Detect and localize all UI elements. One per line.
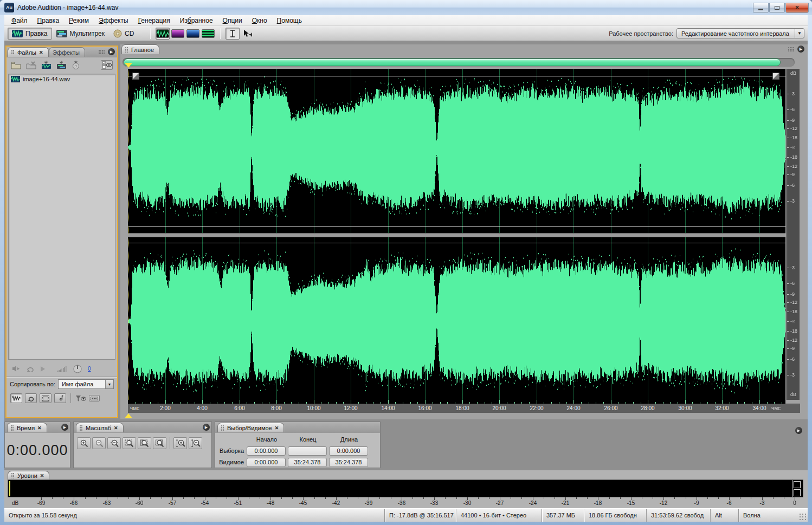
clip-indicator-right[interactable] bbox=[794, 489, 801, 496]
tab-zoom[interactable]: Масштаб bbox=[76, 423, 124, 432]
waveform-display-button[interactable] bbox=[156, 28, 170, 40]
preview-volume-meter[interactable] bbox=[57, 366, 67, 372]
meter-tick bbox=[784, 497, 784, 499]
tab-selection-view[interactable]: Выбор/Видимое bbox=[217, 423, 284, 432]
menu-item[interactable]: Помощь bbox=[272, 16, 307, 25]
close-icon[interactable] bbox=[114, 425, 118, 431]
panel-menu-button[interactable] bbox=[203, 424, 210, 431]
status-segment: 44100 • 16-бит • Стерео bbox=[456, 509, 542, 522]
volume-knob[interactable] bbox=[73, 364, 82, 374]
filter-visibility-button[interactable] bbox=[75, 395, 86, 402]
timeline-unit-label: чмс bbox=[771, 405, 781, 411]
time-selection-tool-button[interactable] bbox=[225, 28, 240, 40]
loop-playback-toggle[interactable] bbox=[26, 366, 35, 372]
ruler-tick bbox=[787, 375, 789, 375]
tab-effects[interactable]: Эффекты bbox=[49, 47, 85, 57]
timeline-ruler[interactable]: чмс2:004:006:008:0010:0012:0014:0016:001… bbox=[128, 400, 800, 413]
play-file-button[interactable] bbox=[40, 366, 46, 372]
playhead-cursor[interactable] bbox=[128, 69, 128, 400]
overview-range-bar[interactable] bbox=[124, 59, 781, 66]
spectral-frequency-button[interactable] bbox=[171, 28, 185, 40]
panel-menu-button[interactable] bbox=[797, 46, 804, 53]
close-file-button[interactable] bbox=[26, 61, 36, 69]
meter-scale-label: -18 bbox=[594, 500, 602, 506]
sort-select[interactable]: Имя файла bbox=[58, 379, 114, 389]
playhead-marker-top[interactable] bbox=[125, 63, 132, 68]
close-button[interactable] bbox=[785, 3, 809, 13]
insert-into-multitrack-button[interactable] bbox=[56, 61, 67, 69]
close-icon[interactable] bbox=[275, 425, 279, 431]
selection-start-field[interactable]: 0:00.000 bbox=[247, 446, 286, 456]
waveform-display[interactable] bbox=[128, 69, 785, 400]
tab-main[interactable]: Главное bbox=[121, 44, 159, 54]
show-loop-files-toggle[interactable] bbox=[25, 393, 37, 403]
autoplay-toggle[interactable] bbox=[12, 365, 21, 372]
zoom-to-selection-button[interactable] bbox=[123, 437, 136, 449]
show-options-toggle[interactable] bbox=[101, 60, 113, 70]
multitrack-view-button[interactable]: Мультитрек bbox=[52, 28, 109, 40]
playhead-marker-bottom[interactable] bbox=[125, 413, 132, 418]
zoom-out-horizontal-button[interactable] bbox=[92, 437, 106, 449]
menu-item[interactable]: Окно bbox=[247, 16, 272, 25]
menu-item[interactable]: Режим bbox=[64, 16, 94, 25]
show-video-files-toggle[interactable] bbox=[40, 393, 51, 403]
menu-item[interactable]: Эффекты bbox=[94, 16, 133, 25]
timeline-time-label: 32:00 bbox=[715, 405, 729, 411]
minimize-button[interactable] bbox=[753, 3, 769, 13]
ruler-infinity-label: -∞ bbox=[790, 319, 795, 324]
tab-levels[interactable]: Уровни bbox=[8, 471, 49, 479]
panel-menu-button[interactable] bbox=[108, 48, 115, 55]
zoom-out-vertical-button[interactable] bbox=[189, 437, 202, 449]
view-start-field[interactable]: 0:00.000 bbox=[247, 458, 286, 467]
zoom-in-horizontal-button[interactable] bbox=[77, 437, 91, 449]
zoom-selection-right-button[interactable] bbox=[153, 437, 166, 449]
cd-view-button[interactable]: CD bbox=[109, 28, 138, 40]
zoom-out-full-button[interactable] bbox=[107, 437, 121, 449]
tab-files[interactable]: Файлы bbox=[8, 47, 49, 57]
spectral-pan-button[interactable] bbox=[186, 28, 200, 40]
tab-effects-label: Эффекты bbox=[53, 49, 80, 56]
selection-handle-left[interactable] bbox=[132, 73, 139, 80]
maximize-button[interactable] bbox=[769, 3, 785, 13]
edit-view-button[interactable]: Правка bbox=[8, 28, 52, 40]
menu-item[interactable]: Файл bbox=[7, 16, 33, 25]
time-display[interactable]: 0:00.000 bbox=[5, 433, 70, 468]
tab-time[interactable]: Время bbox=[7, 423, 47, 432]
meter-tick bbox=[489, 497, 489, 499]
menu-item[interactable]: Правка bbox=[33, 16, 65, 25]
amplitude-ruler[interactable]: dB-3-3-6-6-9-9-12-12-18-18-∞-3-3-6-6-9-9… bbox=[787, 69, 800, 400]
close-icon[interactable] bbox=[40, 473, 44, 478]
zoom-in-vertical-button[interactable] bbox=[173, 437, 187, 449]
menu-item[interactable]: Генерация bbox=[133, 16, 175, 25]
close-icon[interactable] bbox=[39, 50, 43, 55]
panel-menu-button[interactable] bbox=[61, 424, 68, 431]
waveform-canvas[interactable] bbox=[128, 69, 785, 400]
import-file-button[interactable] bbox=[11, 61, 21, 69]
meter-tick bbox=[413, 497, 413, 499]
volume-value[interactable]: 0 bbox=[88, 366, 91, 372]
selection-handle-right[interactable] bbox=[772, 73, 779, 80]
close-icon[interactable] bbox=[37, 425, 42, 431]
selection-length-field[interactable]: 0:00.000 bbox=[329, 446, 368, 456]
spectral-phase-button[interactable] bbox=[201, 28, 215, 40]
panel-menu-button[interactable] bbox=[795, 427, 802, 434]
menu-item[interactable]: Избранное bbox=[175, 16, 218, 25]
scrub-tool-button[interactable] bbox=[241, 28, 255, 40]
view-end-field[interactable]: 35:24.378 bbox=[288, 458, 327, 467]
overview-track[interactable] bbox=[123, 58, 795, 67]
title-bar[interactable]: Au Adobe Audition - image+16-44.wav bbox=[0, 0, 812, 15]
workspace-select[interactable]: Редактирование частотного интервала bbox=[676, 28, 804, 38]
selection-end-field[interactable] bbox=[288, 446, 327, 456]
show-audio-files-toggle[interactable] bbox=[10, 393, 22, 403]
view-length-field[interactable]: 35:24.378 bbox=[329, 458, 368, 467]
resize-grip[interactable] bbox=[799, 513, 807, 521]
menu-item[interactable]: Опции bbox=[218, 16, 247, 25]
import-to-edit-button[interactable] bbox=[41, 61, 51, 69]
advanced-options-button[interactable] bbox=[89, 395, 100, 401]
zoom-selection-left-button[interactable] bbox=[138, 437, 151, 449]
file-list-item[interactable]: image+16-44.wav bbox=[9, 74, 115, 84]
level-meter[interactable] bbox=[8, 479, 803, 497]
clip-indicator-left[interactable] bbox=[794, 481, 801, 488]
show-midi-files-toggle[interactable] bbox=[54, 393, 66, 403]
insert-into-cd-button[interactable] bbox=[72, 61, 81, 69]
